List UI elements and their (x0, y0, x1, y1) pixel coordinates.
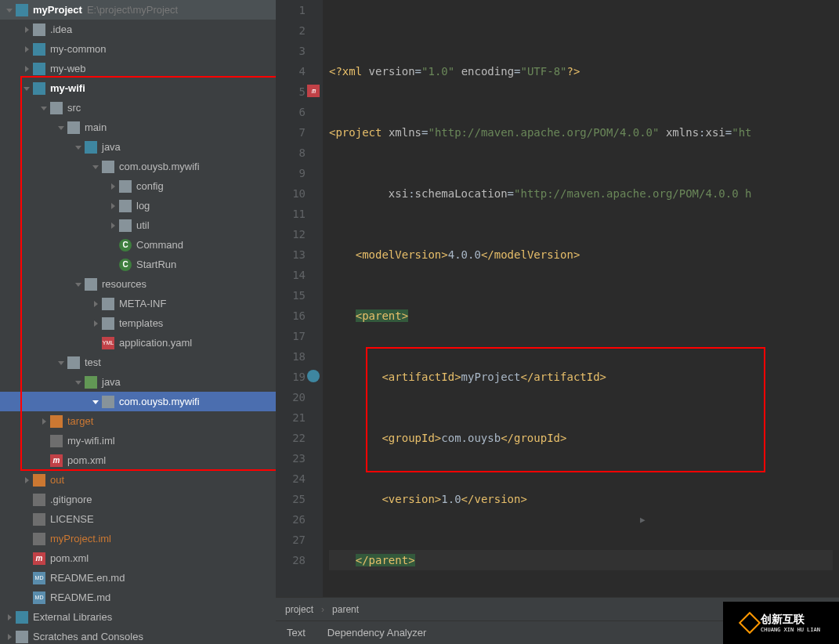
tree-ext-libs[interactable]: External Libraries (0, 607, 276, 627)
chevron-down-icon (5, 5, 14, 15)
code-view[interactable]: 1234 5m 678910 1112131415 161718 19 2021… (276, 0, 839, 597)
code-content[interactable]: <?xml version="1.0" encoding="UTF-8"?> <… (323, 0, 839, 597)
tab-dependency-analyzer[interactable]: Dependency Analyzer (316, 621, 437, 644)
chevron-right-icon (22, 476, 31, 485)
chevron-down-icon (39, 103, 49, 113)
markdown-file-icon: MD (33, 572, 45, 584)
tree-java[interactable]: java (0, 137, 276, 157)
chevron-down-icon (22, 84, 31, 93)
maven-file-icon: m (33, 552, 45, 565)
iml-file-icon (33, 533, 45, 545)
package-icon (102, 161, 114, 173)
tree-idea[interactable]: .idea (0, 20, 276, 39)
scratches-icon (16, 631, 28, 643)
project-tree[interactable]: myProject E:\project\myProject .idea my-… (0, 0, 276, 644)
update-dep-gutter-icon[interactable] (307, 370, 320, 382)
tree-config[interactable]: config (0, 176, 276, 196)
tree-my-web[interactable]: my-web (0, 59, 276, 78)
resources-folder-icon (85, 278, 97, 291)
module-icon (33, 82, 45, 95)
watermark-subtext: CHUANG XIN HU LIAN (761, 627, 820, 633)
project-path: E:\project\myProject (87, 4, 178, 16)
chevron-right-icon (22, 64, 31, 74)
class-icon: C (119, 259, 132, 271)
chevron-down-icon (56, 358, 66, 367)
package-icon (119, 219, 132, 232)
tree-scratches[interactable]: Scratches and Consoles (0, 627, 276, 644)
markdown-file-icon: MD (33, 592, 45, 604)
source-folder-icon (85, 141, 97, 154)
tree-target[interactable]: target (0, 411, 276, 431)
tree-license[interactable]: LICENSE (0, 509, 276, 529)
tree-out[interactable]: out (0, 470, 276, 490)
chevron-down-icon (56, 123, 66, 132)
excluded-folder-icon (33, 474, 45, 487)
test-source-folder-icon (85, 376, 97, 389)
chevron-right-icon (5, 613, 14, 622)
breadcrumb-separator-icon: › (321, 604, 324, 615)
iml-file-icon (50, 435, 63, 447)
package-icon (119, 200, 132, 212)
module-icon (33, 63, 45, 75)
breadcrumb-project[interactable]: project (285, 604, 313, 615)
chevron-right-icon (91, 299, 100, 309)
tree-root[interactable]: myProject E:\project\myProject (0, 0, 276, 20)
line-gutter[interactable]: 1234 5m 678910 1112131415 161718 19 2021… (276, 0, 313, 597)
chevron-right-icon (22, 25, 31, 34)
class-icon: C (119, 239, 132, 251)
tree-src[interactable]: src (0, 98, 276, 118)
tree-resources[interactable]: resources (0, 274, 276, 294)
editor: 1234 5m 678910 1112131415 161718 19 2021… (276, 0, 839, 644)
tree-test-java[interactable]: java (0, 372, 276, 392)
library-icon (16, 611, 28, 624)
tree-my-wifi[interactable]: my-wifi (0, 78, 276, 98)
tree-package[interactable]: com.ouysb.mywifi (0, 157, 276, 176)
tree-main[interactable]: main (0, 118, 276, 137)
folder-icon (102, 298, 114, 310)
chevron-right-icon (39, 417, 49, 426)
tree-gitignore[interactable]: .gitignore (0, 490, 276, 509)
breadcrumb-parent[interactable]: parent (332, 604, 359, 615)
yaml-file-icon: YML (102, 337, 114, 349)
module-icon (33, 43, 45, 56)
chevron-right-icon (108, 201, 118, 211)
tree-readme[interactable]: MD README.md (0, 588, 276, 607)
collapse-indicator-icon[interactable]: ▶ (640, 510, 646, 530)
excluded-folder-icon (50, 415, 63, 428)
tree-test[interactable]: test (0, 353, 276, 372)
chevron-right-icon (5, 632, 14, 642)
tree-command[interactable]: C Command (0, 235, 276, 255)
tree-test-pkg[interactable]: com.ouysb.mywifi (0, 392, 276, 411)
annotation-box-dependency (366, 347, 765, 472)
watermark-logo-icon (739, 612, 761, 634)
tree-util[interactable]: util (0, 215, 276, 235)
chevron-down-icon (74, 280, 83, 289)
tree-readme-en[interactable]: MD README.en.md (0, 568, 276, 588)
file-icon (33, 513, 45, 526)
file-icon (33, 494, 45, 506)
folder-icon (33, 24, 45, 36)
tree-log[interactable]: log (0, 196, 276, 215)
package-icon (102, 396, 114, 408)
chevron-right-icon (22, 45, 31, 54)
chevron-right-icon (108, 182, 118, 191)
tree-iml[interactable]: my-wifi.iml (0, 431, 276, 450)
tree-pom[interactable]: m pom.xml (0, 450, 276, 470)
project-name: myProject (33, 4, 82, 16)
tree-appyaml[interactable]: YML application.yaml (0, 333, 276, 353)
tab-text[interactable]: Text (276, 621, 316, 644)
package-icon (119, 180, 132, 193)
tree-startrun[interactable]: C StartRun (0, 255, 276, 274)
tree-my-common[interactable]: my-common (0, 39, 276, 59)
tree-templates[interactable]: templates (0, 313, 276, 333)
maven-gutter-icon[interactable]: m (307, 85, 320, 97)
tree-root-pom[interactable]: m pom.xml (0, 548, 276, 568)
folder-icon (67, 356, 80, 369)
chevron-down-icon (91, 162, 100, 172)
chevron-right-icon (108, 221, 118, 230)
chevron-down-icon (91, 397, 100, 407)
tree-project-iml[interactable]: myProject.iml (0, 529, 276, 548)
tree-metainf[interactable]: META-INF (0, 294, 276, 313)
chevron-down-icon (74, 378, 83, 387)
maven-file-icon: m (50, 454, 63, 467)
